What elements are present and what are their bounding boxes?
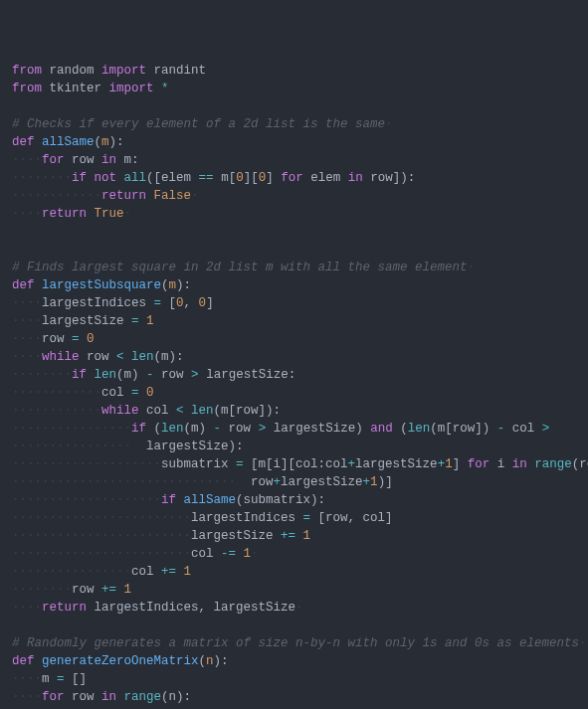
code-token: for	[281, 171, 303, 185]
code-token: if	[131, 422, 146, 436]
code-token: col	[131, 565, 161, 579]
code-token: largestIndices	[191, 511, 303, 525]
code-line: ················ largestSize):	[12, 438, 576, 455]
code-token: if	[161, 493, 176, 507]
code-token: >	[259, 422, 267, 436]
code-token: col	[139, 404, 177, 418]
code-token: 0	[236, 171, 244, 185]
code-token: ]	[266, 171, 281, 185]
code-token: 0	[87, 332, 95, 346]
code-line: ························largestSize += 1	[12, 527, 576, 545]
code-token: -	[214, 422, 222, 436]
code-line: # Checks if every element of a 2d list i…	[12, 115, 576, 133]
code-line: from tkinter import *	[12, 80, 576, 97]
code-token: while	[42, 350, 80, 364]
code-token: ················	[12, 565, 131, 579]
code-token: ····················	[12, 493, 161, 507]
code-line: ········row += 1	[12, 581, 576, 599]
code-line: ······························ row+large…	[12, 473, 576, 491]
code-editor[interactable]: from random import randintfrom tkinter i…	[12, 62, 576, 709]
code-token: <	[116, 350, 124, 364]
code-token: ····	[12, 601, 42, 615]
code-token: len	[131, 350, 154, 364]
code-token: m:	[116, 153, 139, 167]
code-token	[80, 332, 88, 346]
code-line: def allSame(m):	[12, 133, 576, 151]
code-token: return	[42, 601, 87, 615]
code-token: ········	[12, 583, 72, 597]
code-token: largestSize)	[266, 422, 370, 436]
code-token: ············	[12, 404, 101, 418]
code-token: (n):	[161, 690, 191, 704]
code-line: ····for row in range(n):	[12, 688, 576, 706]
code-token: ········	[12, 171, 72, 185]
code-token: len	[408, 422, 431, 436]
code-token: largestSize	[281, 475, 363, 489]
code-line	[12, 97, 576, 115]
code-token: return	[101, 189, 146, 203]
code-token: 1	[445, 457, 453, 471]
code-line: # Finds largest square in 2d list m with…	[12, 259, 576, 276]
code-line: ················col += 1	[12, 563, 576, 581]
code-line: ····row = 0	[12, 330, 576, 348]
code-token: (	[95, 135, 102, 149]
code-token: allSame	[184, 493, 237, 507]
code-token: row	[251, 475, 274, 489]
code-token: return	[42, 207, 87, 221]
code-token	[176, 565, 184, 579]
code-token: =	[236, 457, 244, 471]
code-token: 1	[146, 314, 154, 328]
code-token: col	[504, 422, 542, 436]
code-token: ·	[124, 207, 132, 221]
code-token: 1	[370, 475, 378, 489]
code-token: ························	[12, 511, 191, 525]
code-token: from	[12, 64, 42, 78]
code-token: allSame	[42, 135, 95, 149]
code-line: ················if (len(m) - row > large…	[12, 420, 576, 438]
code-token: all	[124, 171, 147, 185]
code-token: i	[490, 457, 512, 471]
code-token: (	[161, 278, 169, 292]
code-token: in	[101, 153, 116, 167]
code-line: ····largestSize = 1	[12, 312, 576, 330]
code-token: =	[131, 386, 139, 400]
code-token: -=	[221, 547, 236, 561]
code-token: row	[72, 583, 101, 597]
code-token: in	[512, 457, 527, 471]
code-token: ················	[12, 440, 146, 453]
code-token: largestSize	[191, 529, 281, 543]
code-token: (m[row])	[430, 422, 497, 436]
code-token	[146, 189, 154, 203]
code-token: largestSize	[42, 314, 131, 328]
code-token: +	[274, 475, 282, 489]
code-token: (	[393, 422, 408, 436]
code-token: (row,	[572, 457, 588, 471]
code-token	[35, 278, 43, 292]
code-token: ······························	[12, 475, 251, 489]
code-token: if	[72, 171, 87, 185]
code-token: len	[95, 368, 117, 382]
code-line: def largestSubsquare(m):	[12, 276, 576, 294]
code-token: row	[154, 368, 192, 382]
code-token: 0	[146, 386, 154, 400]
code-token: m[	[214, 171, 237, 185]
code-line: def generateZeroOneMatrix(n):	[12, 652, 576, 670]
code-token: (m[row]):	[214, 404, 282, 418]
code-token: ························	[12, 547, 191, 561]
code-token: ][	[244, 171, 259, 185]
code-token	[116, 171, 124, 185]
code-token	[139, 314, 147, 328]
code-token: # Checks if every element of a 2d list i…	[12, 117, 385, 131]
code-token: randint	[146, 64, 206, 78]
code-token: [row, col]	[310, 511, 393, 525]
code-token: largestSize	[355, 457, 438, 471]
code-token	[87, 368, 95, 382]
code-token: def	[12, 135, 35, 149]
code-token: -	[146, 368, 154, 382]
code-token: ····	[12, 153, 42, 167]
code-token: [m[i][col:col	[244, 457, 348, 471]
code-token: <	[176, 404, 184, 418]
code-token: 1	[303, 529, 311, 543]
code-token: +=	[281, 529, 295, 543]
code-token: ····	[12, 207, 42, 221]
